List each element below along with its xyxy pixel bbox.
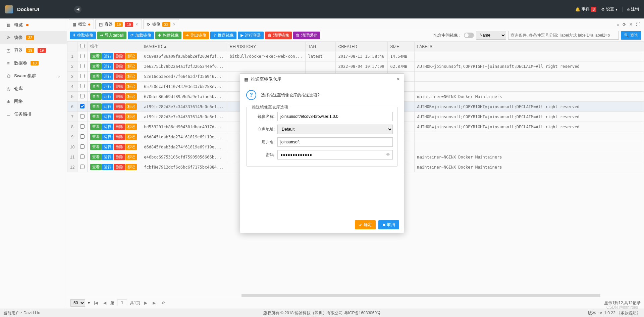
- password-label: 密码:: [251, 152, 275, 158]
- repo-address-label: 仓库地址:: [251, 127, 275, 132]
- repo-address-select[interactable]: Default: [277, 125, 393, 134]
- window-icon: ▦: [244, 77, 248, 82]
- image-name-input[interactable]: [277, 112, 393, 121]
- check-icon: ✔: [359, 223, 362, 227]
- image-name-label: 镜像名称:: [251, 114, 275, 120]
- dialog-close[interactable]: ×: [397, 76, 400, 82]
- modal-overlay: ▦ 推送至镜像仓库 × ? 选择推送至镜像仓库的推送选项? 推送镜像至仓库选项 …: [0, 0, 644, 317]
- eye-icon[interactable]: 👁: [386, 152, 390, 157]
- cancel-button[interactable]: ✖ 取消: [378, 220, 399, 229]
- dialog-question: 选择推送至镜像仓库的推送选项?: [261, 92, 320, 98]
- username-input[interactable]: [277, 137, 393, 147]
- password-input[interactable]: [277, 150, 393, 160]
- fieldset-legend: 推送镜像至仓库选项: [250, 104, 290, 110]
- dialog-title: 推送至镜像仓库: [251, 76, 281, 82]
- cancel-icon: ✖: [382, 223, 386, 227]
- ok-button[interactable]: ✔ 确定: [355, 220, 376, 229]
- push-image-dialog: ▦ 推送至镜像仓库 × ? 选择推送至镜像仓库的推送选项? 推送镜像至仓库选项 …: [240, 73, 404, 233]
- username-label: 用户名:: [251, 139, 275, 145]
- question-icon: ?: [246, 90, 256, 100]
